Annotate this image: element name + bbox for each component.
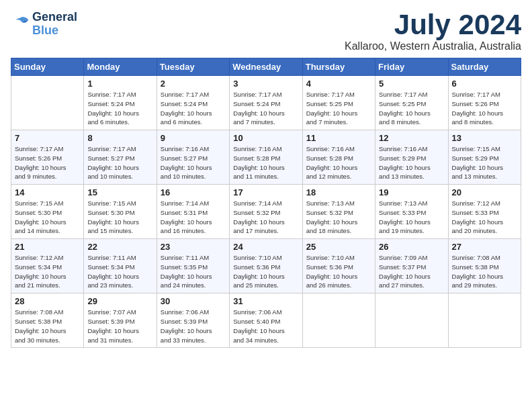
calendar-cell [11,76,84,130]
calendar-cell: 5Sunrise: 7:17 AMSunset: 5:25 PMDaylight… [375,76,448,130]
day-info: Sunrise: 7:16 AMSunset: 5:28 PMDaylight:… [306,144,371,181]
calendar-cell: 6Sunrise: 7:17 AMSunset: 5:26 PMDaylight… [448,76,521,130]
weekday-header: Saturday [448,58,521,76]
calendar-cell: 28Sunrise: 7:08 AMSunset: 5:38 PMDayligh… [11,293,84,348]
day-info: Sunrise: 7:10 AMSunset: 5:36 PMDaylight:… [306,253,371,290]
day-number: 5 [379,79,444,89]
calendar-cell: 25Sunrise: 7:10 AMSunset: 5:36 PMDayligh… [302,239,375,293]
calendar-body: 1Sunrise: 7:17 AMSunset: 5:24 PMDaylight… [11,76,521,348]
day-number: 28 [15,296,80,306]
day-number: 24 [233,242,298,252]
day-info: Sunrise: 7:14 AMSunset: 5:32 PMDaylight:… [233,199,298,236]
day-number: 19 [379,187,444,197]
day-info: Sunrise: 7:08 AMSunset: 5:38 PMDaylight:… [452,253,517,290]
calendar-cell: 14Sunrise: 7:15 AMSunset: 5:30 PMDayligh… [11,185,84,239]
day-info: Sunrise: 7:17 AMSunset: 5:25 PMDaylight:… [306,90,371,127]
day-number: 14 [15,187,80,197]
day-number: 7 [15,133,80,143]
day-info: Sunrise: 7:15 AMSunset: 5:30 PMDaylight:… [15,199,80,236]
day-number: 29 [87,296,152,306]
day-number: 18 [306,187,371,197]
weekday-header: Wednesday [230,58,302,76]
calendar-cell: 7Sunrise: 7:17 AMSunset: 5:26 PMDaylight… [11,130,84,185]
day-number: 13 [452,133,517,143]
calendar-cell: 15Sunrise: 7:15 AMSunset: 5:30 PMDayligh… [84,185,157,239]
calendar-cell [448,293,521,348]
calendar-cell: 16Sunrise: 7:14 AMSunset: 5:31 PMDayligh… [157,185,229,239]
location-title: Kallaroo, Western Australia, Australia [345,40,521,52]
day-number: 17 [233,187,298,197]
day-number: 3 [233,79,298,89]
calendar-cell: 29Sunrise: 7:07 AMSunset: 5:39 PMDayligh… [84,293,157,348]
day-number: 30 [161,296,226,306]
day-number: 20 [452,187,517,197]
calendar-cell: 27Sunrise: 7:08 AMSunset: 5:38 PMDayligh… [448,239,521,293]
day-number: 25 [306,242,371,252]
day-info: Sunrise: 7:17 AMSunset: 5:24 PMDaylight:… [233,90,298,127]
day-info: Sunrise: 7:10 AMSunset: 5:36 PMDaylight:… [233,253,298,290]
calendar-cell: 11Sunrise: 7:16 AMSunset: 5:28 PMDayligh… [302,130,375,185]
calendar-cell: 12Sunrise: 7:16 AMSunset: 5:29 PMDayligh… [375,130,448,185]
day-info: Sunrise: 7:17 AMSunset: 5:27 PMDaylight:… [87,144,152,181]
calendar-cell: 20Sunrise: 7:12 AMSunset: 5:33 PMDayligh… [448,185,521,239]
day-info: Sunrise: 7:06 AMSunset: 5:39 PMDaylight:… [161,308,226,345]
logo-icon [11,15,30,34]
logo-line2: Blue [32,24,77,38]
day-number: 22 [87,242,152,252]
day-info: Sunrise: 7:16 AMSunset: 5:29 PMDaylight:… [379,144,444,181]
day-number: 27 [452,242,517,252]
weekday-header: Sunday [11,58,84,76]
day-info: Sunrise: 7:17 AMSunset: 5:26 PMDaylight:… [452,90,517,127]
day-number: 2 [161,79,226,89]
day-number: 15 [87,187,152,197]
calendar-cell: 22Sunrise: 7:11 AMSunset: 5:34 PMDayligh… [84,239,157,293]
day-number: 4 [306,79,371,89]
day-info: Sunrise: 7:15 AMSunset: 5:29 PMDaylight:… [452,144,517,181]
calendar-header-row: SundayMondayTuesdayWednesdayThursdayFrid… [11,58,521,76]
day-number: 9 [161,133,226,143]
day-info: Sunrise: 7:11 AMSunset: 5:34 PMDaylight:… [87,253,152,290]
calendar-cell: 13Sunrise: 7:15 AMSunset: 5:29 PMDayligh… [448,130,521,185]
title-block: July 2024 Kallaroo, Western Australia, A… [345,11,521,52]
day-info: Sunrise: 7:12 AMSunset: 5:33 PMDaylight:… [452,199,517,236]
calendar-cell: 21Sunrise: 7:12 AMSunset: 5:34 PMDayligh… [11,239,84,293]
day-info: Sunrise: 7:17 AMSunset: 5:25 PMDaylight:… [379,90,444,127]
day-number: 8 [87,133,152,143]
weekday-header: Monday [84,58,157,76]
day-number: 6 [452,79,517,89]
day-info: Sunrise: 7:09 AMSunset: 5:37 PMDaylight:… [379,253,444,290]
calendar-week-row: 28Sunrise: 7:08 AMSunset: 5:38 PMDayligh… [11,293,521,348]
page-header: General Blue July 2024 Kallaroo, Western… [11,11,521,52]
calendar-cell: 3Sunrise: 7:17 AMSunset: 5:24 PMDaylight… [230,76,302,130]
logo-line1: General [32,11,77,24]
calendar-cell: 19Sunrise: 7:13 AMSunset: 5:33 PMDayligh… [375,185,448,239]
day-info: Sunrise: 7:15 AMSunset: 5:30 PMDaylight:… [87,199,152,236]
calendar-cell: 31Sunrise: 7:06 AMSunset: 5:40 PMDayligh… [230,293,302,348]
day-number: 16 [161,187,226,197]
day-info: Sunrise: 7:17 AMSunset: 5:26 PMDaylight:… [15,144,80,181]
day-info: Sunrise: 7:13 AMSunset: 5:32 PMDaylight:… [306,199,371,236]
calendar-week-row: 1Sunrise: 7:17 AMSunset: 5:24 PMDaylight… [11,76,521,130]
day-info: Sunrise: 7:06 AMSunset: 5:40 PMDaylight:… [233,308,298,345]
day-info: Sunrise: 7:13 AMSunset: 5:33 PMDaylight:… [379,199,444,236]
calendar-cell: 17Sunrise: 7:14 AMSunset: 5:32 PMDayligh… [230,185,302,239]
day-number: 21 [15,242,80,252]
calendar-cell: 9Sunrise: 7:16 AMSunset: 5:27 PMDaylight… [157,130,229,185]
calendar-table: SundayMondayTuesdayWednesdayThursdayFrid… [11,58,521,348]
month-title: July 2024 [345,11,521,39]
calendar-cell: 4Sunrise: 7:17 AMSunset: 5:25 PMDaylight… [302,76,375,130]
logo: General Blue [11,11,77,38]
day-number: 1 [87,79,152,89]
day-info: Sunrise: 7:14 AMSunset: 5:31 PMDaylight:… [161,199,226,236]
calendar-cell [375,293,448,348]
calendar-week-row: 14Sunrise: 7:15 AMSunset: 5:30 PMDayligh… [11,185,521,239]
day-info: Sunrise: 7:08 AMSunset: 5:38 PMDaylight:… [15,308,80,345]
calendar-cell: 8Sunrise: 7:17 AMSunset: 5:27 PMDaylight… [84,130,157,185]
calendar-cell: 18Sunrise: 7:13 AMSunset: 5:32 PMDayligh… [302,185,375,239]
day-number: 12 [379,133,444,143]
day-number: 10 [233,133,298,143]
weekday-header: Thursday [302,58,375,76]
weekday-header: Friday [375,58,448,76]
day-info: Sunrise: 7:11 AMSunset: 5:35 PMDaylight:… [161,253,226,290]
calendar-cell: 24Sunrise: 7:10 AMSunset: 5:36 PMDayligh… [230,239,302,293]
